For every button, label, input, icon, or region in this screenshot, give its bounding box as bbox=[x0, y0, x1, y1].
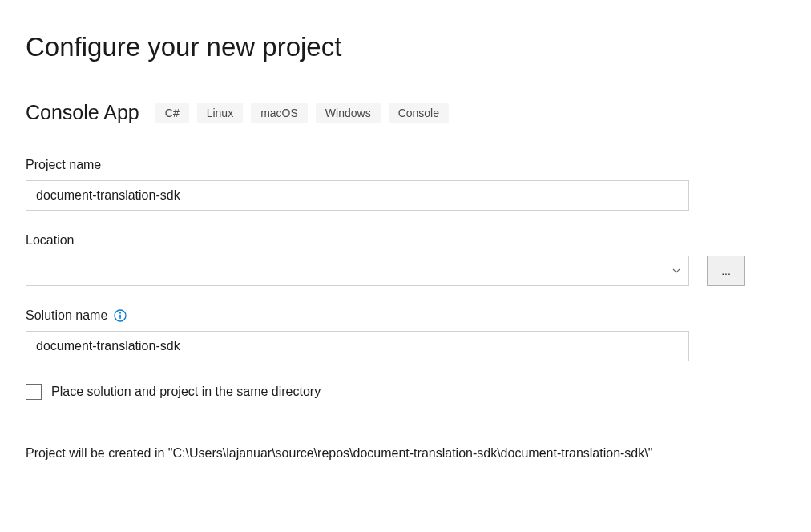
project-name-input[interactable] bbox=[26, 180, 689, 211]
template-name: Console App bbox=[26, 101, 139, 124]
same-directory-label[interactable]: Place solution and project in the same d… bbox=[51, 385, 321, 399]
info-icon[interactable] bbox=[114, 309, 127, 322]
template-tags: C# Linux macOS Windows Console bbox=[155, 103, 449, 123]
template-row: Console App C# Linux macOS Windows Conso… bbox=[26, 101, 785, 124]
svg-rect-2 bbox=[119, 315, 121, 319]
tag-linux: Linux bbox=[197, 103, 243, 123]
same-directory-checkbox[interactable] bbox=[26, 384, 42, 400]
tag-csharp: C# bbox=[155, 103, 189, 123]
path-preview: Project will be created in "C:\Users\laj… bbox=[26, 443, 715, 464]
svg-point-1 bbox=[119, 312, 121, 314]
solution-name-label: Solution name bbox=[26, 308, 107, 323]
location-label: Location bbox=[26, 233, 75, 248]
solution-name-input[interactable] bbox=[26, 331, 689, 361]
tag-windows: Windows bbox=[316, 103, 381, 123]
location-combobox[interactable] bbox=[26, 256, 689, 286]
solution-name-group: Solution name bbox=[26, 308, 785, 361]
project-name-label: Project name bbox=[26, 158, 101, 172]
project-name-group: Project name bbox=[26, 158, 785, 211]
chevron-down-icon bbox=[672, 264, 680, 278]
browse-button[interactable]: ... bbox=[707, 256, 745, 286]
page-title: Configure your new project bbox=[26, 32, 785, 62]
location-group: Location ... bbox=[26, 233, 785, 286]
tag-macos: macOS bbox=[251, 103, 308, 123]
tag-console: Console bbox=[389, 103, 449, 123]
same-directory-row: Place solution and project in the same d… bbox=[26, 384, 785, 400]
